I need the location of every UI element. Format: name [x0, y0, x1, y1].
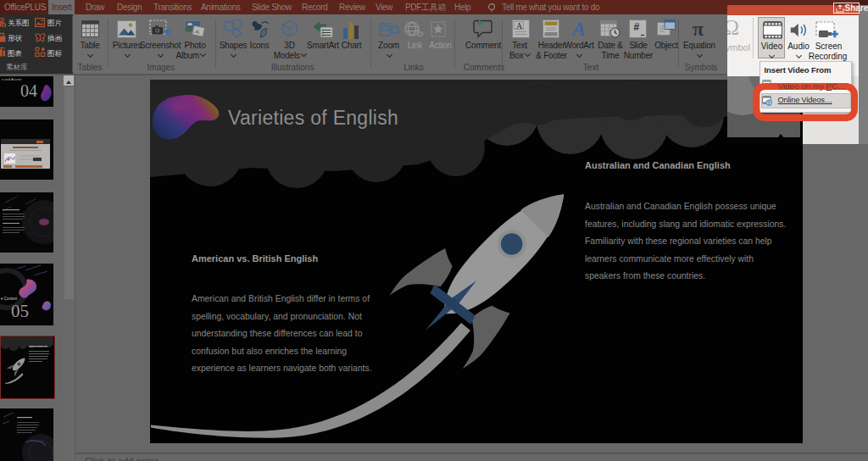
svg-text:π: π: [693, 19, 704, 38]
svg-text:#: #: [634, 21, 640, 33]
svg-text:A: A: [516, 21, 523, 31]
svg-text:A: A: [570, 19, 586, 38]
